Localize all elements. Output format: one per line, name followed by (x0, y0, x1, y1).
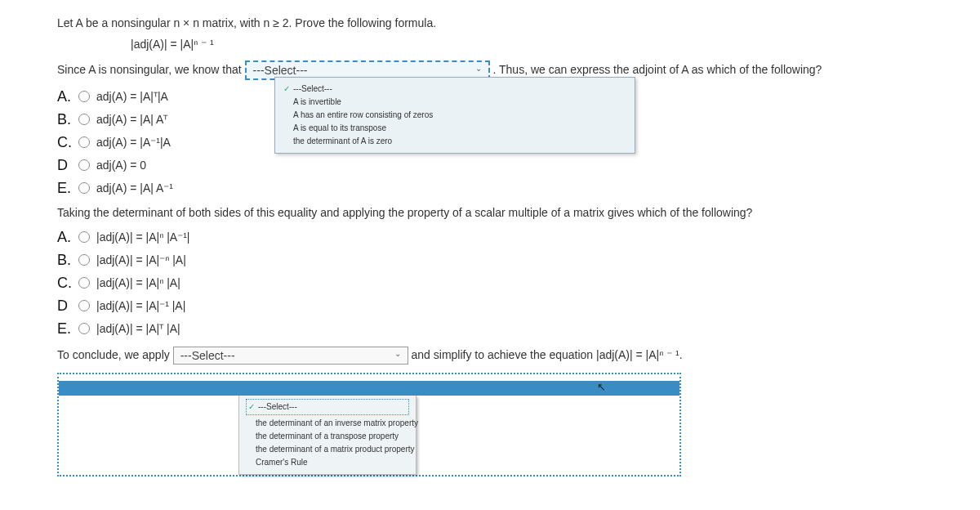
option-text-2-B: |adj(A)| = |A|⁻ⁿ |A| (96, 250, 186, 270)
cta-outline: ↖ ✓---Select--- the determinant of an in… (57, 373, 681, 476)
radio-2-C[interactable] (78, 277, 90, 289)
dropdown-item-zero-row[interactable]: A has an entire row consisting of zeros (283, 109, 626, 122)
option-text-2-C: |adj(A)| = |A|ⁿ |A| (96, 273, 180, 293)
option-text-2-D: |adj(A)| = |A|⁻¹ |A| (96, 296, 185, 315)
radio-2-B[interactable] (78, 254, 90, 266)
step2-line: Taking the determinant of both sides of … (57, 206, 923, 219)
dropdown-item-det-zero[interactable]: the determinant of A is zero (283, 135, 626, 148)
step1-select-placeholder: ---Select--- (253, 64, 308, 77)
dropdown2-item-inverse[interactable]: the determinant of an inverse matrix pro… (246, 417, 409, 430)
option-2-B: B. |adj(A)| = |A|⁻ⁿ |A| (57, 250, 923, 270)
dropdown-item-transpose[interactable]: A is equal to its transpose (283, 122, 626, 135)
dropdown2-item-product[interactable]: the determinant of a matrix product prop… (246, 443, 409, 456)
chevron-down-icon: ⌄ (394, 349, 401, 358)
radio-2-E[interactable] (78, 323, 90, 334)
problem-intro-text: Let A be a nonsingular n × n matrix, wit… (57, 16, 436, 29)
dropdown-item-invertible[interactable]: A is invertible (283, 96, 626, 109)
option-text-1-C: adj(A) = |A⁻¹|A (96, 132, 171, 152)
option-label: D (57, 296, 77, 315)
check-icon: ✓ (248, 400, 258, 414)
option-label: B. (57, 110, 77, 129)
radio-2-D[interactable] (78, 300, 90, 311)
option-label: A. (57, 227, 77, 247)
step3-select[interactable]: ---Select--- ⌄ (173, 347, 408, 365)
dropdown2-item-placeholder[interactable]: ✓---Select--- (246, 399, 409, 415)
radio-1-C[interactable] (78, 136, 90, 148)
option-label: E. (57, 178, 77, 198)
radio-1-A[interactable] (78, 91, 90, 102)
cta-bar[interactable]: ↖ (59, 381, 679, 396)
option-2-C: C. |adj(A)| = |A|ⁿ |A| (57, 273, 923, 293)
option-text-1-B: adj(A) = |A| Aᵀ (96, 110, 167, 129)
option-label: A. (57, 87, 77, 106)
step3-suffix: and simplify to achieve the equation |ad… (412, 348, 683, 361)
dropdown2-item-transpose[interactable]: the determinant of a transpose property (246, 430, 409, 443)
radio-1-E[interactable] (78, 182, 90, 194)
cursor-icon: ↖ (597, 381, 606, 393)
option-label: D (57, 155, 77, 175)
options-group-2: A. |adj(A)| = |A|ⁿ |A⁻¹| B. |adj(A)| = |… (57, 227, 923, 338)
radio-1-B[interactable] (78, 114, 90, 125)
option-2-E: E. |adj(A)| = |A|ᵀ |A| (57, 319, 923, 338)
problem-intro: Let A be a nonsingular n × n matrix, wit… (57, 16, 923, 29)
option-text-1-D: adj(A) = 0 (96, 155, 146, 175)
step3-line: To conclude, we apply ---Select--- ⌄ and… (57, 347, 923, 365)
formula-text: |adj(A)| = |A|ⁿ ⁻ ¹ (131, 38, 214, 51)
option-text-2-E: |adj(A)| = |A|ᵀ |A| (96, 319, 180, 338)
step3-select-placeholder: ---Select--- (180, 349, 235, 362)
option-1-D: D adj(A) = 0 (57, 155, 923, 175)
option-label: C. (57, 132, 77, 152)
check-icon: ✓ (283, 83, 293, 96)
option-label: C. (57, 273, 77, 293)
option-1-E: E. adj(A) = |A| A⁻¹ (57, 178, 923, 198)
step3-dropdown-panel: ✓---Select--- the determinant of an inve… (238, 396, 416, 475)
step1-suffix: . Thus, we can express the adjoint of A … (492, 63, 822, 76)
option-label: B. (57, 250, 77, 270)
step3-prefix: To conclude, we apply (57, 348, 170, 361)
radio-1-D[interactable] (78, 159, 90, 171)
formula: |adj(A)| = |A|ⁿ ⁻ ¹ (131, 38, 923, 51)
step1-prefix: Since A is nonsingular, we know that (57, 63, 242, 76)
option-text-2-A: |adj(A)| = |A|ⁿ |A⁻¹| (96, 227, 189, 247)
dropdown-item-placeholder[interactable]: ✓---Select--- (283, 83, 626, 96)
dropdown2-item-cramer[interactable]: Cramer's Rule (246, 456, 409, 469)
option-2-D: D |adj(A)| = |A|⁻¹ |A| (57, 296, 923, 315)
option-2-A: A. |adj(A)| = |A|ⁿ |A⁻¹| (57, 227, 923, 247)
option-label: E. (57, 319, 77, 338)
option-text-1-A: adj(A) = |A|ᵀ|A (96, 87, 168, 106)
step2-intro: Taking the determinant of both sides of … (57, 206, 752, 219)
chevron-down-icon: ⌄ (475, 64, 482, 73)
option-text-1-E: adj(A) = |A| A⁻¹ (96, 178, 173, 198)
radio-2-A[interactable] (78, 231, 90, 243)
step1-dropdown-panel: ✓---Select--- A is invertible A has an e… (274, 77, 635, 154)
